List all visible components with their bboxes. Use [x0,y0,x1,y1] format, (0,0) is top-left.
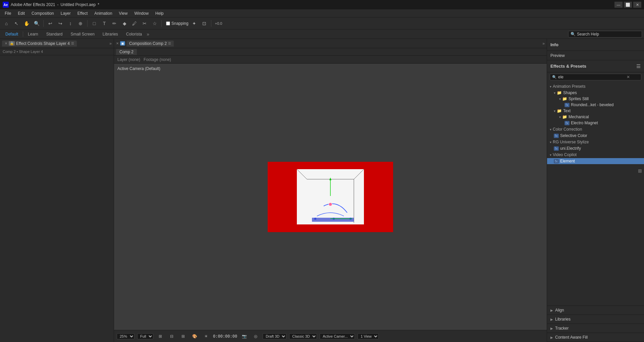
tool-zoom[interactable]: 🔍 [32,19,41,28]
menu-window[interactable]: Window [131,10,152,16]
tool-brush[interactable]: 🖊 [130,19,139,28]
libraries-section[interactable]: ▶ Libraries [547,315,644,324]
comp-subtab-bar: Comp 2 [114,48,547,56]
panel-expand-icon[interactable]: » [109,41,112,46]
tree-video-copilot[interactable]: ▾ Video Copilot [547,151,644,158]
layer-label: Layer (none) [117,57,140,62]
effect-controls-tab[interactable]: ✕ 🔒 Effect Controls Shape Layer 4 ☰ [2,41,77,47]
camera-select[interactable]: Active Camer... [320,333,355,339]
close-button[interactable]: ✕ [633,2,641,8]
menu-help[interactable]: Help [152,10,167,16]
search-help-input[interactable] [577,32,634,37]
minimize-button[interactable]: — [614,2,623,8]
maximize-button[interactable]: ⬜ [624,2,632,8]
effects-presets-menu[interactable]: ☰ [636,64,641,69]
menu-edit[interactable]: Edit [14,10,28,16]
preview-section[interactable]: Preview [547,51,644,60]
comp-canvas[interactable] [268,162,393,232]
tree-sprites-still-folder[interactable]: ▾ 📁 Sprites Still [547,96,644,102]
ws-tab-standard[interactable]: Standard [43,31,66,37]
libraries-arrow: ▶ [550,318,553,321]
panel-close-icon[interactable]: ✕ [5,42,7,45]
tree-rounded-beveled[interactable]: fx Rounded...ket - beveled [547,102,644,108]
tree-element[interactable]: fx Element [547,158,644,164]
comp-panel-close[interactable]: ✕ [116,42,119,45]
toolbar-sep-1 [43,20,44,27]
info-section[interactable]: Info [547,39,644,51]
uni-electrify-label: uni.Electrify [560,146,581,151]
menu-effect[interactable]: Effect [74,10,91,16]
tree-mechanical-folder[interactable]: ▾ 📁 Mechanical [547,114,644,120]
tool-rectangle[interactable]: □ [90,19,99,28]
workspace-bar: Default Learn Standard Small Screen Libr… [0,29,644,39]
tool-select[interactable]: ↖ [12,19,21,28]
ws-tab-colorista[interactable]: Colorista [123,31,145,37]
zoom-select[interactable]: 25% [117,333,135,339]
effects-search-input[interactable] [558,75,625,79]
tool-rotatebefore[interactable]: ↕ [66,19,75,28]
quality-select[interactable]: Full [137,333,153,339]
draft-select[interactable]: Draft 3D [263,333,286,339]
comp-view: Active Camera (Default) [114,64,547,330]
ws-tab-learn[interactable]: Learn [24,31,42,37]
tree-rg-universe[interactable]: ▾ RG Universe Stylize [547,139,644,145]
tool-redo[interactable]: ↪ [56,19,65,28]
tree-uni-electrify[interactable]: fx uni.Electrify [547,145,644,151]
tool-extra-2[interactable]: ⊡ [200,19,209,28]
tree-color-correction[interactable]: ▾ Color Correction [547,126,644,133]
panel-menu-icon[interactable]: ☰ [71,42,74,45]
safe-zones-button[interactable]: ⊟ [167,332,176,341]
tool-home[interactable]: ⌂ [2,19,11,28]
more-workspaces-button[interactable]: » [147,31,149,37]
comp-expand-icon[interactable]: » [542,41,545,46]
exposure-button[interactable]: ☀ [202,332,210,341]
view-count-select[interactable]: 1 View [358,333,379,339]
menu-layer[interactable]: Layer [57,10,74,16]
menu-file[interactable]: File [1,10,14,16]
tool-undo[interactable]: ↩ [46,19,55,28]
expand-panel-button[interactable]: ⊞ [638,168,642,174]
menu-composition[interactable]: Composition [28,10,57,16]
tool-eraser[interactable]: ✂ [140,19,149,28]
effect-icon-rounded: fx [565,103,570,107]
tool-clone[interactable]: ◆ [120,19,129,28]
tool-pen[interactable]: ✏ [110,19,119,28]
menu-view[interactable]: View [116,10,131,16]
tree-shapes-folder[interactable]: ▾ 📁 Shapes [547,90,644,96]
tree-animation-presets[interactable]: ▾ Animation Presets [547,83,644,90]
tree-electro-magnet[interactable]: fx Electro Magnet [547,120,644,126]
effects-search-clear[interactable]: ✕ [627,75,630,79]
tool-extra-1[interactable]: ✦ [190,19,199,28]
effect-controls-content [0,55,114,342]
comp-bottom-bar: 25% Full ⊞ ⊟ ⊞ 🎨 ☀ 0:00:00:00 📷 ◎ Draft … [114,330,547,342]
comp-tab[interactable]: Composition Comp 2 ☰ [126,41,174,47]
tree-text-folder[interactable]: ▾ 📁 Text [547,108,644,114]
content-aware-fill-section[interactable]: ▶ Content Aware Fill [547,333,644,342]
ws-tab-default[interactable]: Default [2,31,21,37]
panel-lock-icon: 🔒 [9,41,15,46]
main-layout: ✕ 🔒 Effect Controls Shape Layer 4 ☰ » Co… [0,39,644,342]
tool-hand[interactable]: ✋ [22,19,31,28]
effect-icon-electro: fx [565,121,570,125]
tool-text[interactable]: T [100,19,109,28]
ws-tab-libraries[interactable]: Libraries [99,31,121,37]
menu-animation[interactable]: Animation [91,10,115,16]
tool-puppet[interactable]: ⊕ [76,19,85,28]
motion-blur-button[interactable]: ◎ [251,332,260,341]
channels-button[interactable]: 🎨 [190,332,199,341]
title-bar: Ae Adobe After Effects 2021 - Untitled P… [0,0,644,9]
fit-frame-button[interactable]: ⊞ [156,332,165,341]
align-section[interactable]: ▶ Align [547,306,644,315]
effects-search: 🔍 ✕ [550,74,641,80]
comp-name-tab[interactable]: Comp 2 [116,49,137,55]
view-mode-select[interactable]: Classic 3D [289,333,317,339]
comp-tab-menu[interactable]: ☰ [168,42,171,45]
tracker-section[interactable]: ▶ Tracker [547,324,644,333]
tool-roto[interactable]: ☆ [150,19,159,28]
grid-button[interactable]: ⊞ [179,332,187,341]
ws-tab-smallscreen[interactable]: Small Screen [67,31,98,37]
camera-button[interactable]: 📷 [240,332,249,341]
snapping-checkbox[interactable] [166,21,170,25]
tree-selective-color[interactable]: fx Selective Color [547,133,644,139]
content-aware-label: Content Aware Fill [555,335,588,340]
